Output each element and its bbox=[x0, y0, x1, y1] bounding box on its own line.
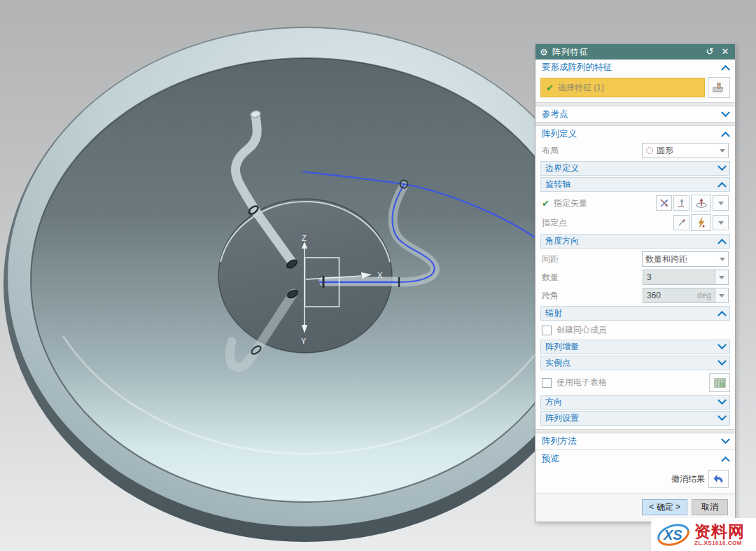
group-pattern-increment[interactable]: 阵列增量 bbox=[540, 340, 730, 354]
watermark-site-name: 资料网 bbox=[694, 524, 745, 540]
span-angle-row: 跨角 360 deg bbox=[536, 286, 735, 305]
vector-dialog-button[interactable] bbox=[673, 195, 690, 211]
chevron-down-icon[interactable] bbox=[718, 162, 727, 171]
auto-axis-button[interactable] bbox=[691, 195, 711, 211]
group-instance-points[interactable]: 实例点 bbox=[540, 356, 730, 370]
dropdown-caret-icon bbox=[718, 202, 724, 205]
axis-x-label: X bbox=[377, 271, 383, 279]
undo-result-button[interactable] bbox=[708, 470, 729, 488]
section-features-to-pattern[interactable]: 要形成阵列的特征 bbox=[536, 60, 735, 75]
xs-logo-icon: XS bbox=[655, 521, 692, 549]
group-radiate[interactable]: 辐射 bbox=[540, 306, 730, 321]
chevron-down-icon[interactable] bbox=[718, 356, 727, 365]
two-point-vector-button[interactable] bbox=[656, 195, 672, 211]
undo-result-row: 撤消结果 bbox=[536, 466, 735, 494]
spreadsheet-button[interactable] bbox=[709, 373, 730, 392]
point-options-button[interactable] bbox=[713, 215, 729, 230]
span-angle-input[interactable]: 360 deg bbox=[643, 288, 715, 303]
count-row: 数量 3 bbox=[536, 268, 735, 286]
circular-pattern-icon bbox=[645, 146, 654, 155]
rotation-axis-icon bbox=[695, 197, 708, 209]
svg-text:XS: XS bbox=[663, 527, 682, 543]
select-feature-field[interactable]: ✔ 选择特征 (1) bbox=[540, 78, 705, 97]
specify-vector-row: ✔ 指定矢量 bbox=[536, 193, 735, 213]
axis-z-label: Z bbox=[302, 234, 307, 242]
section-pattern-definition[interactable]: 阵列定义 bbox=[536, 126, 735, 141]
group-angle-direction[interactable]: 角度方向 bbox=[540, 234, 730, 249]
group-boundary-definition[interactable]: 边界定义 bbox=[540, 161, 730, 176]
dropdown-caret-icon bbox=[720, 258, 725, 261]
dialog-footer: < 确定 > 取消 bbox=[536, 494, 735, 522]
boss-feature-icon bbox=[713, 82, 725, 93]
create-concentric-checkbox[interactable] bbox=[542, 326, 552, 335]
section-preview[interactable]: 预览 bbox=[536, 451, 735, 466]
layout-select[interactable]: 圆形 bbox=[642, 143, 729, 158]
gear-icon: ⚙ bbox=[540, 47, 548, 57]
chevron-down-icon[interactable] bbox=[718, 412, 727, 421]
undo-icon bbox=[713, 474, 724, 484]
dialog-title: 阵列特征 bbox=[552, 46, 700, 58]
count-options-button[interactable] bbox=[715, 270, 729, 285]
vector-options-button[interactable] bbox=[713, 195, 729, 211]
chevron-up-icon[interactable] bbox=[721, 132, 730, 141]
watermark-site-url: ZL.XS1616.COM bbox=[694, 540, 745, 546]
axis-y-label: Y bbox=[301, 337, 307, 345]
watermark-badge: XS 资料网 ZL.XS1616.COM bbox=[651, 518, 756, 551]
dropdown-caret-icon bbox=[718, 221, 724, 225]
chevron-up-icon[interactable] bbox=[718, 182, 727, 191]
chevron-up-icon[interactable] bbox=[721, 456, 730, 466]
check-icon: ✔ bbox=[542, 198, 550, 209]
dialog-titlebar[interactable]: ⚙ 阵列特征 ↺ ✕ bbox=[536, 44, 735, 60]
dropdown-caret-icon bbox=[719, 276, 724, 279]
span-angle-options-button[interactable] bbox=[715, 288, 729, 303]
spacing-row: 间距 数量和跨距 bbox=[536, 250, 735, 268]
use-spreadsheet-row: 使用电子表格 bbox=[536, 372, 735, 393]
check-icon: ✔ bbox=[546, 83, 554, 93]
count-input[interactable]: 3 bbox=[643, 270, 715, 285]
select-feature-row: ✔ 选择特征 (1) bbox=[540, 77, 730, 98]
point-dialog-button[interactable] bbox=[673, 215, 690, 230]
chevron-up-icon[interactable] bbox=[721, 65, 730, 74]
dropdown-caret-icon bbox=[719, 294, 724, 298]
group-rotation-axis[interactable]: 旋转轴 bbox=[540, 177, 730, 192]
dropdown-caret-icon bbox=[720, 149, 725, 153]
pattern-feature-dialog: ⚙ 阵列特征 ↺ ✕ 要形成阵列的特征 ✔ 选择特征 (1) 参考点 阵列定义 bbox=[535, 43, 736, 522]
vector-constructor-icon bbox=[677, 198, 687, 208]
chevron-up-icon[interactable] bbox=[718, 239, 727, 248]
cancel-button[interactable]: 取消 bbox=[692, 499, 728, 515]
chevron-down-icon[interactable] bbox=[718, 396, 727, 405]
lightning-bolt-icon bbox=[696, 217, 706, 228]
spacing-select[interactable]: 数量和跨距 bbox=[642, 251, 729, 267]
close-icon[interactable]: ✕ bbox=[720, 46, 731, 57]
group-orientation[interactable]: 方向 bbox=[540, 395, 730, 410]
inferred-point-button[interactable] bbox=[691, 214, 711, 231]
layout-row: 布局 圆形 bbox=[536, 141, 735, 160]
specify-point-row: 指定点 bbox=[536, 213, 735, 232]
feature-picker-button[interactable] bbox=[708, 77, 730, 98]
reset-icon[interactable]: ↺ bbox=[704, 46, 715, 57]
group-pattern-settings[interactable]: 阵列设置 bbox=[540, 411, 730, 426]
divider bbox=[536, 449, 735, 450]
ok-button[interactable]: < 确定 > bbox=[642, 499, 687, 515]
spreadsheet-icon bbox=[714, 378, 726, 388]
unit-label: deg bbox=[697, 291, 711, 300]
section-pattern-method[interactable]: 阵列方法 bbox=[536, 433, 735, 449]
point-constructor-icon bbox=[677, 218, 687, 228]
create-concentric-row: 创建同心成员 bbox=[536, 322, 735, 338]
chevron-down-icon[interactable] bbox=[718, 340, 727, 349]
use-spreadsheet-checkbox[interactable] bbox=[542, 378, 552, 388]
crossed-vectors-icon bbox=[659, 198, 669, 208]
chevron-up-icon[interactable] bbox=[718, 311, 727, 320]
section-reference-point[interactable]: 参考点 bbox=[536, 106, 735, 122]
chevron-down-icon[interactable] bbox=[721, 108, 730, 117]
chevron-down-icon[interactable] bbox=[721, 435, 730, 444]
